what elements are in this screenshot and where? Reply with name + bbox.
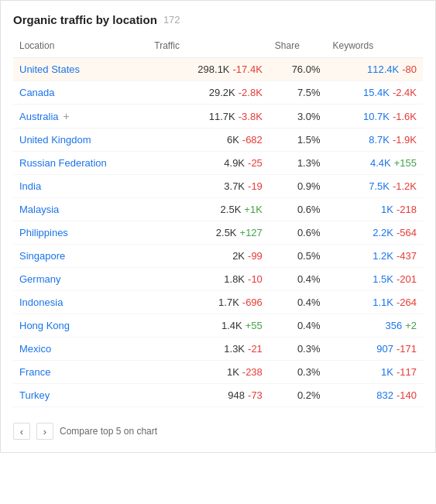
keywords-value: 8.7K bbox=[369, 134, 390, 146]
share-cell: 7.5% bbox=[269, 81, 327, 105]
keywords-cell: 7.5K-1.2K bbox=[327, 175, 423, 198]
traffic-change: +55 bbox=[245, 320, 263, 331]
location-cell[interactable]: India bbox=[13, 175, 148, 198]
traffic-cell: 1.3K-21 bbox=[148, 338, 269, 361]
keywords-change: -201 bbox=[397, 273, 417, 285]
table-row: Mexico1.3K-210.3%907-171 bbox=[13, 338, 423, 361]
location-cell[interactable]: United States bbox=[13, 58, 148, 81]
table-row: Australia+11.7K-3.8K3.0%10.7K-1.6K bbox=[13, 105, 423, 129]
traffic-value: 4.9K bbox=[224, 157, 245, 169]
traffic-change: -2.8K bbox=[239, 87, 263, 98]
keywords-value: 907 bbox=[376, 343, 393, 355]
traffic-change: -696 bbox=[242, 297, 263, 308]
traffic-value: 1.8K bbox=[224, 273, 245, 285]
keywords-cell: 1.5K-201 bbox=[327, 268, 423, 291]
traffic-value: 2K bbox=[232, 250, 245, 262]
traffic-change: -73 bbox=[248, 389, 263, 401]
location-cell[interactable]: Malaysia bbox=[13, 198, 148, 221]
widget-container: Organic traffic by location 172 Location… bbox=[0, 0, 436, 453]
keywords-value: 15.4K bbox=[363, 87, 390, 98]
keywords-value: 1.2K bbox=[372, 250, 393, 262]
location-name: Australia bbox=[19, 111, 59, 122]
keywords-value: 7.5K bbox=[369, 180, 390, 192]
location-cell[interactable]: Singapore bbox=[13, 245, 148, 268]
keywords-change: -1.2K bbox=[393, 180, 417, 192]
location-cell[interactable]: Germany bbox=[13, 268, 148, 291]
traffic-value: 1K bbox=[227, 366, 239, 378]
share-cell: 0.4% bbox=[269, 291, 327, 314]
traffic-change: -238 bbox=[242, 366, 263, 378]
col-header-keywords: Keywords bbox=[327, 37, 423, 58]
traffic-value: 11.7K bbox=[209, 111, 235, 122]
keywords-cell: 1K-117 bbox=[327, 361, 423, 384]
traffic-cell: 1.8K-10 bbox=[148, 268, 269, 291]
share-cell: 0.5% bbox=[269, 245, 327, 268]
share-cell: 1.3% bbox=[269, 152, 327, 175]
traffic-cell: 6K-682 bbox=[148, 129, 269, 152]
compare-label: Compare top 5 on chart bbox=[60, 426, 157, 437]
location-cell[interactable]: Australia+ bbox=[13, 105, 148, 129]
location-cell[interactable]: Hong Kong bbox=[13, 314, 148, 338]
keywords-cell: 1.1K-264 bbox=[327, 291, 423, 314]
traffic-cell: 3.7K-19 bbox=[148, 175, 269, 198]
add-icon[interactable]: + bbox=[64, 110, 70, 122]
keywords-change: -564 bbox=[397, 227, 417, 238]
location-cell[interactable]: United Kingdom bbox=[13, 129, 148, 152]
traffic-cell: 1.7K-696 bbox=[148, 291, 269, 314]
share-cell: 0.4% bbox=[269, 268, 327, 291]
location-cell[interactable]: Philippines bbox=[13, 221, 148, 245]
traffic-cell: 298.1K-17.4K bbox=[148, 58, 269, 81]
traffic-change: +1K bbox=[244, 204, 263, 215]
share-cell: 0.4% bbox=[269, 314, 327, 338]
location-cell[interactable]: Russian Federation bbox=[13, 152, 148, 175]
keywords-value: 1.5K bbox=[372, 273, 393, 285]
location-cell[interactable]: Indonesia bbox=[13, 291, 148, 314]
traffic-value: 2.5K bbox=[221, 204, 242, 215]
table-row: India3.7K-190.9%7.5K-1.2K bbox=[13, 175, 423, 198]
traffic-cell: 2.5K+127 bbox=[148, 221, 269, 245]
keywords-change: -264 bbox=[397, 297, 417, 308]
keywords-cell: 356+2 bbox=[327, 314, 423, 338]
location-cell[interactable]: Canada bbox=[13, 81, 148, 105]
keywords-value: 4.4K bbox=[370, 157, 391, 169]
prev-button[interactable]: ‹ bbox=[13, 423, 30, 440]
traffic-change: +127 bbox=[240, 227, 263, 238]
traffic-value: 948 bbox=[228, 389, 245, 401]
traffic-value: 2.5K bbox=[216, 227, 237, 238]
share-cell: 0.3% bbox=[269, 361, 327, 384]
traffic-change: -682 bbox=[242, 134, 263, 146]
table-row: Russian Federation4.9K-251.3%4.4K+155 bbox=[13, 152, 423, 175]
share-cell: 0.6% bbox=[269, 221, 327, 245]
location-cell[interactable]: Mexico bbox=[13, 338, 148, 361]
share-cell: 0.6% bbox=[269, 198, 327, 221]
keywords-cell: 832-140 bbox=[327, 384, 423, 407]
keywords-change: +155 bbox=[394, 157, 417, 169]
table-row: Germany1.8K-100.4%1.5K-201 bbox=[13, 268, 423, 291]
keywords-value: 832 bbox=[376, 389, 393, 401]
traffic-value: 29.2K bbox=[209, 87, 235, 98]
traffic-table: Location Traffic Share Keywords United S… bbox=[13, 37, 423, 407]
share-cell: 0.9% bbox=[269, 175, 327, 198]
table-row: United States298.1K-17.4K76.0%112.4K-80 bbox=[13, 58, 423, 81]
share-cell: 76.0% bbox=[269, 58, 327, 81]
location-cell[interactable]: Turkey bbox=[13, 384, 148, 407]
keywords-change: -437 bbox=[397, 250, 417, 262]
traffic-value: 1.4K bbox=[221, 320, 242, 331]
keywords-cell: 1K-218 bbox=[327, 198, 423, 221]
location-cell[interactable]: France bbox=[13, 361, 148, 384]
traffic-change: -10 bbox=[248, 273, 263, 285]
col-header-location: Location bbox=[13, 37, 148, 58]
traffic-value: 1.7K bbox=[218, 297, 239, 308]
keywords-change: -117 bbox=[397, 366, 417, 378]
keywords-cell: 10.7K-1.6K bbox=[327, 105, 423, 129]
next-button[interactable]: › bbox=[36, 423, 53, 440]
keywords-value: 1.1K bbox=[372, 297, 393, 308]
table-row: Malaysia2.5K+1K0.6%1K-218 bbox=[13, 198, 423, 221]
traffic-value: 1.3K bbox=[224, 343, 245, 355]
keywords-cell: 15.4K-2.4K bbox=[327, 81, 423, 105]
widget-count: 172 bbox=[163, 14, 180, 26]
col-header-share: Share bbox=[269, 37, 327, 58]
traffic-change: -99 bbox=[248, 250, 263, 262]
keywords-cell: 907-171 bbox=[327, 338, 423, 361]
traffic-value: 6K bbox=[227, 134, 239, 146]
